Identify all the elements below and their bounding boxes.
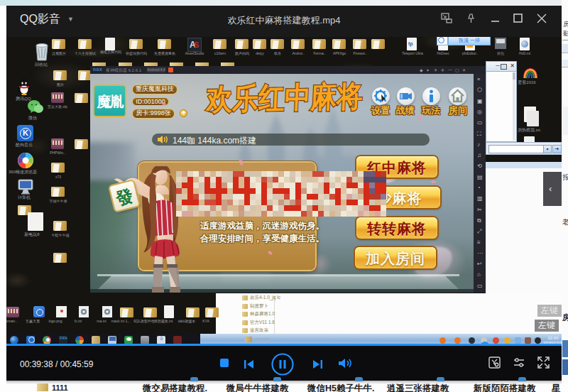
- svg-text:欢乐红中麻将: 欢乐红中麻将: [204, 80, 364, 116]
